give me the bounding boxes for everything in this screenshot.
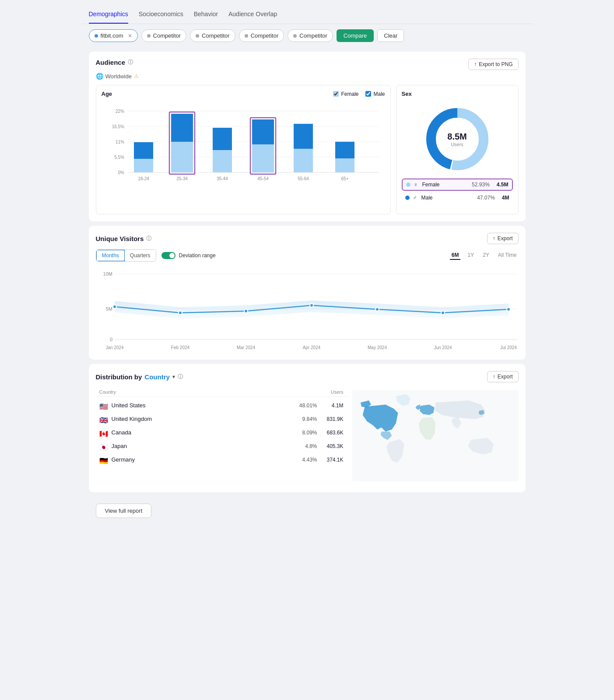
dist-title-group: Distribution by Country ▾ ⓘ xyxy=(96,373,183,381)
export-png-button[interactable]: ↑ Export to PNG xyxy=(468,59,518,70)
bar-4554-male[interactable] xyxy=(252,119,274,144)
footer-area: View full report xyxy=(82,497,533,532)
audience-info-icon[interactable]: ⓘ xyxy=(128,59,133,66)
table-row[interactable]: 🇺🇸 United States 48.01% 4.1M xyxy=(96,399,347,412)
svg-text:11%: 11% xyxy=(115,140,124,144)
bar-65plus-male[interactable] xyxy=(335,142,354,158)
bar-5564-male[interactable] xyxy=(294,124,313,149)
col-country-header: Country xyxy=(99,389,116,395)
age-chart-title: Age xyxy=(102,91,112,97)
line-chart-svg: 10M 5M 0 xyxy=(96,265,519,353)
svg-text:45-54: 45-54 xyxy=(257,176,269,181)
unique-visitors-title: Unique Visitors xyxy=(96,235,144,242)
world-map xyxy=(352,388,519,485)
point-mar[interactable] xyxy=(244,309,248,313)
point-feb[interactable] xyxy=(179,311,182,315)
sex-chart-container: Sex xyxy=(396,85,519,214)
svg-text:18-24: 18-24 xyxy=(138,176,149,181)
legend-female: Female xyxy=(333,91,358,97)
quarters-button[interactable]: Quarters xyxy=(125,250,156,261)
dist-export-button[interactable]: ↑ Export xyxy=(487,371,519,382)
unique-visitors-info-icon[interactable]: ⓘ xyxy=(146,235,151,242)
range-2y[interactable]: 2Y xyxy=(481,251,491,260)
age-bar-chart: 22% 16.5% 11% 5.5% 0% 18-24 25-34 xyxy=(102,102,385,207)
table-row[interactable]: 🇩🇪 Germany 4.43% 374.1K xyxy=(96,453,347,466)
bar-5564-female[interactable] xyxy=(294,149,313,172)
bar-2534-male[interactable] xyxy=(171,114,193,142)
point-jun[interactable] xyxy=(441,311,445,315)
bar-1824-male[interactable] xyxy=(134,142,153,159)
uv-controls: Months Quarters Deviation range 6M 1Y 2Y… xyxy=(96,249,519,262)
chip-competitor-4[interactable]: Competitor xyxy=(288,29,333,42)
view-full-report-button[interactable]: View full report xyxy=(96,504,152,518)
bar-2534-female[interactable] xyxy=(171,142,193,172)
unique-visitors-section: Unique Visitors ⓘ ↑ Export Months Quarte… xyxy=(89,226,526,360)
flag-de: 🇩🇪 xyxy=(99,457,108,463)
chip-competitor-3[interactable]: Competitor xyxy=(239,29,284,42)
svg-text:16.5%: 16.5% xyxy=(112,124,124,129)
months-quarters-toggle: Months Quarters xyxy=(96,249,156,262)
table-header: Country Users xyxy=(96,388,347,397)
sex-dot-female xyxy=(406,182,411,187)
age-legend: Female Male xyxy=(333,91,385,97)
months-button[interactable]: Months xyxy=(96,249,125,262)
country-pct-0: 48.01% xyxy=(291,402,317,409)
svg-text:0: 0 xyxy=(109,337,112,342)
female-checkbox[interactable] xyxy=(333,91,339,97)
point-jul[interactable] xyxy=(507,308,510,311)
donut-center: 8.5M Users xyxy=(447,132,467,147)
flag-us: 🇺🇸 xyxy=(99,402,108,409)
dist-country-link[interactable]: Country xyxy=(144,373,170,381)
uv-export-up-icon: ↑ xyxy=(493,235,495,242)
tab-behavior[interactable]: Behavior xyxy=(194,7,218,24)
charts-row: Age Female Male xyxy=(96,85,519,214)
dist-info-icon[interactable]: ⓘ xyxy=(178,373,183,381)
chip-close-fitbit[interactable]: ✕ xyxy=(128,33,132,39)
table-row[interactable]: 🇬🇧 United Kingdom 9.84% 831.9K xyxy=(96,412,347,426)
export-png-label: Export to PNG xyxy=(479,61,512,67)
chevron-down-icon: ▾ xyxy=(172,374,175,380)
chip-label-fitbit: fitbit.com xyxy=(101,32,123,39)
chip-dot-active xyxy=(95,34,98,38)
tab-audience-overlap[interactable]: Audience Overlap xyxy=(228,7,277,24)
chip-competitor-1[interactable]: Competitor xyxy=(141,29,187,42)
country-name-3: Japan xyxy=(112,443,291,449)
point-may[interactable] xyxy=(375,308,379,311)
bar-3544-male[interactable] xyxy=(213,128,232,150)
chip-label-comp3: Competitor xyxy=(251,32,279,39)
tab-demographics[interactable]: Demographics xyxy=(89,7,128,24)
male-checkbox[interactable] xyxy=(365,91,371,97)
chip-fitbit[interactable]: fitbit.com ✕ xyxy=(89,29,138,42)
chip-dot-gray-3 xyxy=(245,34,248,38)
unique-visitors-export-button[interactable]: ↑ Export xyxy=(487,233,519,244)
point-apr[interactable] xyxy=(310,304,313,307)
clear-button[interactable]: Clear xyxy=(377,29,404,42)
range-1y[interactable]: 1Y xyxy=(466,251,476,260)
sex-label-female: Female xyxy=(422,182,469,188)
table-row[interactable]: 🇯🇵 Japan 4.8% 405.3K xyxy=(96,439,347,453)
deviation-toggle-switch[interactable] xyxy=(161,252,175,259)
range-all-time[interactable]: All Time xyxy=(496,251,519,260)
bar-1824-female[interactable] xyxy=(134,159,153,172)
sex-row-male[interactable]: ♂ Male 47.07% 4M xyxy=(402,192,513,203)
distribution-section: Distribution by Country ▾ ⓘ ↑ Export Cou… xyxy=(89,364,526,492)
svg-text:55-64: 55-64 xyxy=(298,176,309,181)
sex-row-female[interactable]: ♀ Female 52.93% 4.5M xyxy=(402,178,513,191)
tab-socioeconomics[interactable]: Socioeconomics xyxy=(139,7,183,24)
dist-header: Distribution by Country ▾ ⓘ ↑ Export xyxy=(96,371,519,382)
bar-3544-female[interactable] xyxy=(213,150,232,172)
legend-female-label: Female xyxy=(341,91,358,97)
nav-tabs: Demographics Socioeconomics Behavior Aud… xyxy=(82,0,533,24)
point-jan[interactable] xyxy=(113,305,116,308)
compare-button[interactable]: Compare xyxy=(337,29,374,42)
svg-text:Apr 2024: Apr 2024 xyxy=(302,345,320,350)
range-6m[interactable]: 6M xyxy=(450,251,461,260)
bar-65plus-female[interactable] xyxy=(335,158,354,172)
sex-chart-title: Sex xyxy=(402,91,412,97)
country-users-4: 374.1K xyxy=(317,457,344,463)
dist-title-text: Distribution by xyxy=(96,373,142,381)
chip-competitor-2[interactable]: Competitor xyxy=(190,29,235,42)
country-users-3: 405.3K xyxy=(317,443,344,449)
bar-4554-female[interactable] xyxy=(252,144,274,172)
table-row[interactable]: 🇨🇦 Canada 8.09% 683.6K xyxy=(96,426,347,439)
